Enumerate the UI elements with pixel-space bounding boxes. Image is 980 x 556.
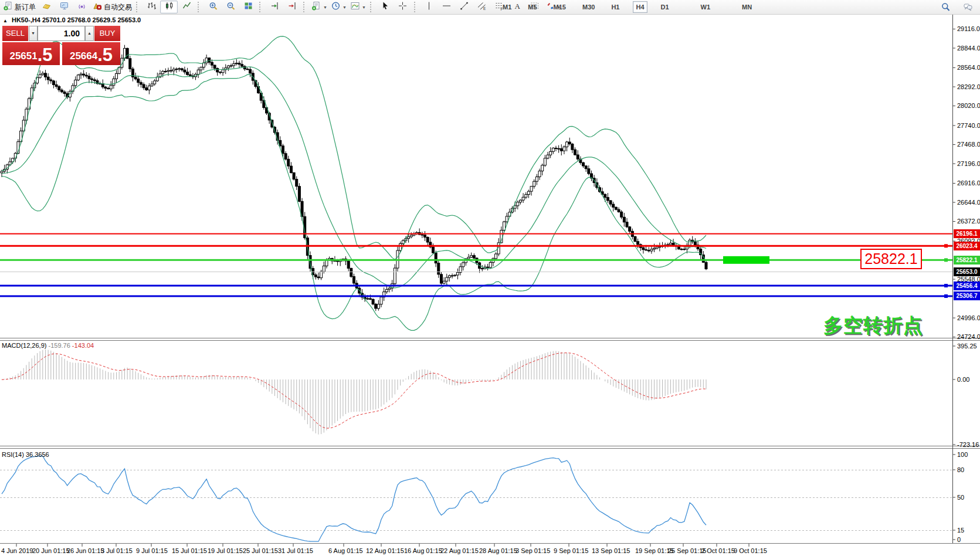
macd-tick-label: 395.25 xyxy=(957,343,977,350)
chart-annotation-text: 多空转折点 xyxy=(823,313,923,339)
trend-line-button[interactable] xyxy=(456,1,473,13)
new-chart-button[interactable] xyxy=(38,1,55,13)
mt4-trading-app: 新订单自动交易▼▼▼EFAT▼ M1M5M15M30H1H4D1W1MN ▲ H… xyxy=(0,0,980,556)
collapse-icon[interactable]: ▲ xyxy=(3,18,8,23)
periods-button[interactable]: ▼ xyxy=(329,1,348,13)
market-watch-button[interactable] xyxy=(55,1,73,13)
volume-decrease-button[interactable]: ▼ xyxy=(29,26,38,41)
new-order-button[interactable]: 新订单 xyxy=(1,1,38,13)
auto-scroll-button[interactable] xyxy=(266,1,283,13)
price-tick-label: 27468.0 xyxy=(957,141,980,148)
timeframe-h1[interactable]: H1 xyxy=(608,1,622,13)
timeframe-m15[interactable]: M15 xyxy=(551,1,569,13)
price-level-badge: 25653.0 xyxy=(954,267,980,276)
macd-tick-label: 0.00 xyxy=(957,376,969,383)
timeframe-m30[interactable]: M30 xyxy=(579,1,598,13)
buy-button[interactable]: BUY xyxy=(94,26,120,41)
templates-dropdown-arrow[interactable]: ▼ xyxy=(323,5,327,9)
price-level-badge: 25456.4 xyxy=(954,282,980,290)
rsi-tick-label: 80 xyxy=(957,466,964,473)
cursor-button[interactable] xyxy=(377,1,394,13)
rsi-tick-label: 50 xyxy=(957,494,964,501)
templates-icon xyxy=(311,1,321,13)
toolbar-separator xyxy=(136,2,140,12)
sell-price-main: 25651 xyxy=(9,49,37,64)
one-click-trading-panel: SELL ▼ ▲ BUY 25651.5 25664.5 xyxy=(2,26,120,65)
new-chart-icon xyxy=(42,1,52,13)
new-order-label: 新订单 xyxy=(15,2,36,12)
vertical-line-button[interactable] xyxy=(421,1,438,13)
toolbar-separator xyxy=(259,2,263,12)
timeframe-m5[interactable]: M5 xyxy=(525,1,540,13)
svg-text:E: E xyxy=(483,6,486,11)
buy-price-main: 25664 xyxy=(70,49,97,64)
time-tick-label: 25 Sep 01:15 xyxy=(668,547,706,554)
buy-price[interactable]: 25664.5 xyxy=(62,42,120,65)
zoom-out-button[interactable] xyxy=(222,1,239,13)
chart-canvas[interactable] xyxy=(0,0,980,556)
candles-layer[interactable] xyxy=(1,45,707,311)
time-tick-label: 15 Jul 01:15 xyxy=(172,547,207,554)
toolbar: 新订单自动交易▼▼▼EFAT▼ M1M5M15M30H1H4D1W1MN xyxy=(0,0,980,15)
timeframe-h4[interactable]: H4 xyxy=(633,1,647,13)
price-tick-label: 28020.0 xyxy=(957,102,980,109)
signals-button[interactable] xyxy=(73,1,90,13)
time-tick-label: 22 Aug 01:15 xyxy=(440,547,479,554)
price-tick-label: 28292.0 xyxy=(957,83,980,90)
volume-increase-button[interactable]: ▲ xyxy=(85,26,94,41)
buy-price-pips: .5 xyxy=(97,46,113,64)
volume-input[interactable] xyxy=(38,26,85,41)
auto-trading-button[interactable]: 自动交易 xyxy=(90,1,134,13)
timeframe-d1[interactable]: D1 xyxy=(658,1,672,13)
chat-button[interactable] xyxy=(959,1,976,13)
search-button[interactable] xyxy=(937,1,954,13)
horizontal-line-button[interactable] xyxy=(438,1,456,13)
timeframe-m1[interactable]: M1 xyxy=(500,1,514,13)
indicators-dropdown-arrow[interactable]: ▼ xyxy=(362,5,366,9)
rsi-line xyxy=(0,456,952,541)
trend-line-icon xyxy=(459,1,469,13)
crosshair-button[interactable] xyxy=(394,1,412,13)
pivot-price-label[interactable]: 25822.1 xyxy=(860,249,922,269)
cursor-icon xyxy=(380,1,390,13)
time-tick-label: 9 Jul 01:15 xyxy=(136,547,168,554)
chart-shift-button[interactable] xyxy=(283,1,301,13)
zoom-in-icon xyxy=(208,1,218,13)
sell-price[interactable]: 25651.5 xyxy=(2,42,60,65)
price-level-badge: 25822.1 xyxy=(954,256,980,265)
periods-dropdown-arrow[interactable]: ▼ xyxy=(343,5,347,9)
bar-chart-button[interactable] xyxy=(143,1,160,13)
auto-scroll-icon xyxy=(270,1,280,13)
rsi-label: RSI(14) 36.3656 xyxy=(2,451,49,458)
signals-icon xyxy=(77,1,87,13)
time-tick-label: 12 Aug 01:15 xyxy=(366,547,404,554)
templates-button[interactable]: ▼ xyxy=(310,1,329,13)
macd-histogram xyxy=(2,350,706,435)
tile-windows-icon xyxy=(243,1,253,13)
price-tick-label: 29116.0 xyxy=(957,25,980,32)
time-tick-label: 26 Jun 01:15 xyxy=(67,547,104,554)
sell-button[interactable]: SELL xyxy=(2,26,28,41)
macd-tick-label: -723.16 xyxy=(957,441,979,448)
timeframe-mn[interactable]: MN xyxy=(739,1,755,13)
time-tick-label: 16 Aug 01:15 xyxy=(404,547,442,554)
zoom-in-button[interactable] xyxy=(204,1,222,13)
candlestick-chart-button[interactable] xyxy=(160,1,178,13)
price-tick-label: 26916.0 xyxy=(957,179,980,187)
indicators-button[interactable]: ▼ xyxy=(348,1,368,13)
toolbar-buttons: 新订单自动交易▼▼▼EFAT▼ xyxy=(0,1,563,13)
timeframe-w1[interactable]: W1 xyxy=(698,1,714,13)
time-tick-label: 28 Aug 01:15 xyxy=(479,547,517,554)
price-tick-label: 26372.0 xyxy=(957,218,980,225)
toolbar-separator xyxy=(303,2,307,12)
horizontal-level-lines[interactable] xyxy=(0,233,952,298)
time-tick-label: 25 Jul 01:15 xyxy=(243,547,278,554)
sell-price-pips: .5 xyxy=(38,46,53,64)
indicators-icon xyxy=(350,1,360,13)
tile-windows-button[interactable] xyxy=(239,1,257,13)
time-tick-label: 3 Sep 01:15 xyxy=(516,547,550,554)
bar-chart-icon xyxy=(147,1,157,13)
equidistant-channel-button[interactable]: E xyxy=(473,1,491,13)
time-tick-label: 9 Oct 01:15 xyxy=(734,547,767,554)
line-chart-button[interactable] xyxy=(178,1,195,13)
